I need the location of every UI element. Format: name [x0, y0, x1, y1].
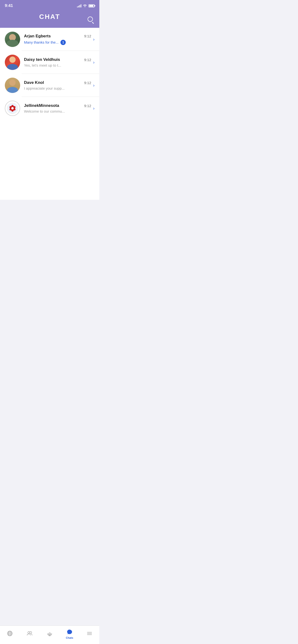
- unread-badge-arjan: 1: [60, 40, 66, 45]
- chat-time-daisy: 9:12: [84, 58, 91, 62]
- chevron-arjan: ›: [93, 37, 95, 42]
- chat-body-daisy: Daisy ten Veldhuis 9:12 Yes, let's meet …: [24, 57, 91, 67]
- header: CHAT: [0, 10, 99, 28]
- chat-preview-jellinek: Welcome to our commu...: [24, 109, 65, 113]
- chat-body-jellinek: JellinekMinnesota 9:12 Welcome to our co…: [24, 103, 91, 113]
- chat-item-dave[interactable]: Dave Knol 9:12 I appreaciate your supp..…: [0, 74, 99, 97]
- chat-name-jellinek: JellinekMinnesota: [24, 103, 59, 108]
- chat-name-row-dave: Dave Knol 9:12: [24, 80, 91, 85]
- svg-text:✦: ✦: [12, 107, 14, 110]
- chevron-jellinek: ›: [93, 106, 95, 111]
- avatar-jellinek: ✦: [5, 100, 20, 116]
- chat-name-daisy: Daisy ten Veldhuis: [24, 57, 60, 62]
- search-button[interactable]: [86, 15, 95, 24]
- chat-body-arjan: Arjan Egberts 9:12 Many thanks for the..…: [24, 34, 91, 45]
- avatar-dave: [5, 78, 20, 93]
- wifi-icon: [83, 4, 87, 8]
- chat-name-row-daisy: Daisy ten Veldhuis 9:12: [24, 57, 91, 62]
- signal-icon: [77, 4, 81, 8]
- status-icons: [77, 4, 95, 8]
- page-title: CHAT: [39, 13, 60, 20]
- chat-body-dave: Dave Knol 9:12 I appreaciate your supp..…: [24, 80, 91, 90]
- chat-item-arjan[interactable]: Arjan Egberts 9:12 Many thanks for the..…: [0, 28, 99, 51]
- chat-item-jellinek[interactable]: ✦ JellinekMinnesota 9:12 Welcome to our …: [0, 97, 99, 120]
- avatar-arjan: [5, 32, 20, 47]
- chat-list: Arjan Egberts 9:12 Many thanks for the..…: [0, 26, 99, 122]
- chat-time-jellinek: 9:12: [84, 104, 91, 108]
- status-bar: 9:41: [0, 0, 99, 10]
- chat-preview-dave: I appreaciate your supp...: [24, 86, 65, 90]
- chat-name-row-jellinek: JellinekMinnesota 9:12: [24, 103, 91, 108]
- chevron-dave: ›: [93, 83, 95, 88]
- chat-preview-daisy: Yes, let's meet up to t...: [24, 63, 61, 67]
- chat-name-dave: Dave Knol: [24, 80, 44, 85]
- status-time: 9:41: [5, 3, 13, 8]
- chat-time-arjan: 9:12: [84, 34, 91, 38]
- chat-preview-row-dave: I appreaciate your supp...: [24, 86, 91, 90]
- chat-name-arjan: Arjan Egberts: [24, 34, 51, 38]
- chat-time-dave: 9:12: [84, 81, 91, 85]
- chat-name-row-arjan: Arjan Egberts 9:12: [24, 34, 91, 38]
- chat-preview-row-arjan: Many thanks for the... 1: [24, 40, 91, 45]
- chat-preview-row-daisy: Yes, let's meet up to t...: [24, 63, 91, 67]
- chat-preview-arjan: Many thanks for the...: [24, 40, 59, 44]
- chevron-daisy: ›: [93, 60, 95, 65]
- search-icon: [88, 16, 93, 22]
- chat-preview-row-jellinek: Welcome to our commu...: [24, 109, 91, 113]
- chat-item-daisy[interactable]: Daisy ten Veldhuis 9:12 Yes, let's meet …: [0, 51, 99, 74]
- battery-icon: [89, 4, 95, 8]
- jellinek-logo-svg: ✦: [7, 102, 18, 114]
- content-area: Arjan Egberts 9:12 Many thanks for the..…: [0, 24, 99, 200]
- avatar-daisy: [5, 54, 20, 70]
